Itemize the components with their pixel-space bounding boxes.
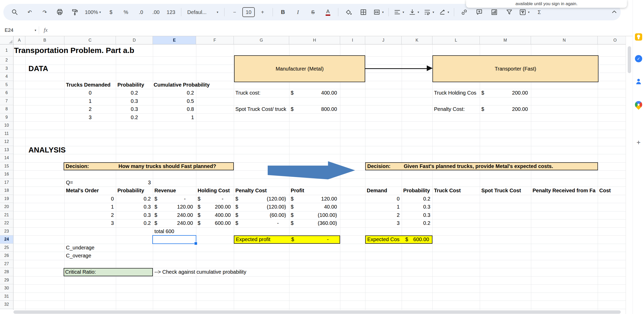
cell-header-cumulative-probability[interactable]: Cumulative Probability xyxy=(154,81,210,89)
column-header-D[interactable]: D xyxy=(116,36,153,44)
row-header-2[interactable]: 2 xyxy=(0,56,13,65)
row-header-11[interactable]: 11 xyxy=(0,130,13,138)
cell-title[interactable]: Transportation Problem. Part a.b xyxy=(14,44,134,56)
cell-header-demand[interactable]: Demand xyxy=(367,187,387,195)
cell-right-probability[interactable]: 0.2 xyxy=(402,195,430,203)
cell-c-underage[interactable]: C_underage xyxy=(66,244,94,252)
column-header-E[interactable]: E xyxy=(153,36,196,44)
row-header-28[interactable]: 28 xyxy=(0,268,13,276)
cell-header-probability[interactable]: Probability xyxy=(117,81,144,89)
cell-penalty-cost-value[interactable]: $ 200.00 xyxy=(480,105,531,113)
horizontal-align-icon[interactable]: ▾ xyxy=(392,6,406,18)
cell-holding-cost[interactable]: $400.00 xyxy=(196,211,234,219)
merge-cells-icon[interactable]: ▾ xyxy=(371,6,386,18)
decision-box-right[interactable]: Decision: Given Fast's planned trucks, p… xyxy=(365,162,598,171)
critical-ratio-box[interactable]: Critical Ratio: xyxy=(64,268,153,276)
decrease-decimal-button[interactable]: .0 xyxy=(134,6,148,18)
row-header-27[interactable]: 27 xyxy=(0,260,13,268)
cell-header-metals-order[interactable]: Metal's Order xyxy=(66,187,99,195)
cell-holding-cost[interactable]: $- xyxy=(196,195,234,203)
select-all-corner[interactable] xyxy=(0,36,13,44)
row-header-29[interactable]: 29 xyxy=(0,276,13,285)
keep-icon[interactable] xyxy=(635,33,642,41)
horizontal-scrollbar-thumb[interactable] xyxy=(13,310,621,314)
expected-cost-box[interactable]: Expected Cos $ 600.00 xyxy=(365,235,432,244)
cell-header-penalty-cost[interactable]: Penalty Cost xyxy=(235,187,267,195)
cell-revenue[interactable]: $- xyxy=(153,195,196,203)
cell-right-probability[interactable]: 0.2 xyxy=(402,219,430,227)
paint-format-icon[interactable] xyxy=(68,6,82,18)
row-header-19[interactable]: 19 xyxy=(0,195,13,203)
cell-header-cost[interactable]: Cost xyxy=(599,187,611,195)
row-header-4[interactable]: 4 xyxy=(0,73,13,81)
column-header-C[interactable]: C xyxy=(64,36,116,44)
font-size-input[interactable]: 10 xyxy=(242,7,255,17)
cell-demand-probability[interactable]: 0.2 xyxy=(116,113,153,122)
cell-header-probability2[interactable]: Probability xyxy=(117,187,144,195)
row-header-21[interactable]: 21 xyxy=(0,211,13,219)
cell-spot-truck-cost-label[interactable]: Spot Truck Cost/ truck xyxy=(235,105,289,113)
column-header-I[interactable]: I xyxy=(340,36,365,44)
print-icon[interactable] xyxy=(53,6,67,18)
selected-cell-E24[interactable] xyxy=(152,235,196,244)
row-header-8[interactable]: 8 xyxy=(0,105,13,113)
column-header-H[interactable]: H xyxy=(289,36,340,44)
format-percent-button[interactable]: % xyxy=(119,6,133,18)
cell-holding-cost[interactable]: $600.00 xyxy=(196,219,234,227)
cell-holding-cost[interactable]: $200.00 xyxy=(196,203,234,211)
horizontal-scrollbar[interactable] xyxy=(0,310,626,314)
row-header-1[interactable]: 1 xyxy=(0,44,13,56)
row-header-33[interactable]: 33 xyxy=(0,309,13,310)
formula-input[interactable] xyxy=(53,24,633,36)
cell-cumulative-probability[interactable]: 1 xyxy=(153,113,194,122)
add-icon[interactable]: + xyxy=(635,139,642,146)
cell-revenue[interactable]: $240.00 xyxy=(153,211,196,219)
cell-profit[interactable]: $(100.00) xyxy=(289,211,340,219)
cell-header-spot-truck-cost[interactable]: Spot Truck Cost xyxy=(481,187,521,195)
cell-revenue[interactable]: $120.00 xyxy=(153,203,196,211)
row-header-12[interactable]: 12 xyxy=(0,138,13,146)
cell-cumulative-probability[interactable]: 0.5 xyxy=(153,97,194,105)
cell-q-value[interactable]: 3 xyxy=(116,179,151,187)
cell-header-holding-cost[interactable]: Holding Cost xyxy=(198,187,230,195)
cell-trucks-demanded[interactable]: 1 xyxy=(64,97,116,105)
cell-truck-cost-label[interactable]: Truck cost: xyxy=(235,89,289,97)
cell-truck-holding-cost-value[interactable]: $ 200.00 xyxy=(480,89,531,97)
cell-header-revenue[interactable]: Revenue xyxy=(154,187,176,195)
row-header-17[interactable]: 17 xyxy=(0,179,13,187)
cell-spot-truck-cost-value[interactable]: $ 800.00 xyxy=(289,105,340,113)
cell-demand[interactable]: 0 xyxy=(365,195,400,203)
column-header-G[interactable]: G xyxy=(234,36,289,44)
cell-c-overage[interactable]: C_overage xyxy=(66,252,91,260)
cell-right-probability[interactable]: 0.3 xyxy=(402,211,430,219)
cell-section-data[interactable]: DATA xyxy=(28,65,48,73)
tasks-icon[interactable]: ✓ xyxy=(635,55,642,62)
cell-demand[interactable]: 3 xyxy=(365,219,400,227)
cell-metals-order[interactable]: 3 xyxy=(64,219,114,227)
cell-demand-probability[interactable]: 0.2 xyxy=(116,89,153,97)
row-header-20[interactable]: 20 xyxy=(0,203,13,211)
decision-box-left[interactable]: Decision: How many trucks should Fast pl… xyxy=(64,162,234,171)
create-filter-icon[interactable] xyxy=(502,6,516,18)
cell-demand[interactable]: 1 xyxy=(365,203,400,211)
filter-views-icon[interactable]: ▾ xyxy=(517,6,531,18)
column-header-O[interactable]: O xyxy=(598,36,626,44)
column-header-L[interactable]: L xyxy=(432,36,480,44)
text-rotation-icon[interactable]: ▾ xyxy=(437,6,451,18)
name-box[interactable]: E24 ▾ xyxy=(0,24,39,36)
cell-penalty-cost[interactable]: $(120.00) xyxy=(234,195,289,203)
row-header-5[interactable]: 5 xyxy=(0,81,13,89)
row-header-30[interactable]: 30 xyxy=(0,284,13,293)
undo-button[interactable]: ↶ xyxy=(23,6,37,18)
cell-probability[interactable]: 0.3 xyxy=(116,211,151,219)
row-header-25[interactable]: 25 xyxy=(0,244,13,252)
blue-arrow-shape[interactable] xyxy=(268,161,355,179)
row-header-9[interactable]: 9 xyxy=(0,113,13,122)
row-header-26[interactable]: 26 xyxy=(0,252,13,260)
row-header-6[interactable]: 6 xyxy=(0,89,13,97)
cell-trucks-demanded[interactable]: 3 xyxy=(64,113,116,122)
manufacturer-box[interactable]: Manufacturer (Metal) xyxy=(234,55,365,82)
row-header-7[interactable]: 7 xyxy=(0,97,13,105)
cell-metals-order[interactable]: 0 xyxy=(64,195,114,203)
cell-penalty-cost[interactable]: $- xyxy=(234,219,289,227)
